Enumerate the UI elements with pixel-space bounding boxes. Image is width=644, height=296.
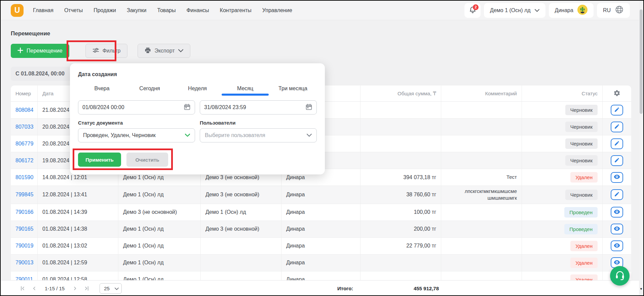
document-date: 01.08.2024 | 13:02 bbox=[42, 243, 87, 249]
first-page-button[interactable] bbox=[19, 285, 26, 292]
document-user: Динара bbox=[286, 276, 305, 280]
pencil-icon bbox=[614, 140, 620, 147]
table-cell: Удален bbox=[522, 238, 603, 254]
table-row: 79984512.08.2024 | 13:41Демо 1 (Осн) лдД… bbox=[11, 186, 631, 204]
document-number-link[interactable]: 790166 bbox=[15, 209, 33, 215]
document-number-link[interactable]: 790011 bbox=[15, 276, 33, 280]
warehouse-to: Демо 3 (не основной) bbox=[205, 226, 259, 232]
menu-item-управление[interactable]: Управление bbox=[262, 7, 292, 13]
edit-row-button[interactable] bbox=[611, 155, 623, 166]
language-selector[interactable]: RU bbox=[597, 3, 630, 18]
document-sum: 394 073,18 тг bbox=[403, 174, 436, 180]
add-transfer-button[interactable]: Перемещение bbox=[11, 44, 69, 58]
language-label: RU bbox=[603, 7, 611, 13]
calendar-icon[interactable] bbox=[184, 103, 191, 112]
user-menu-button[interactable]: Динара bbox=[549, 3, 594, 18]
pencil-icon bbox=[614, 157, 620, 164]
eye-icon bbox=[614, 209, 620, 215]
filter-button[interactable]: Фильтр bbox=[85, 44, 128, 58]
table-cell: Проведен bbox=[522, 221, 603, 237]
document-number-link[interactable]: 807033 bbox=[15, 124, 33, 130]
edit-row-button[interactable] bbox=[611, 189, 623, 200]
document-user: Динара bbox=[286, 192, 305, 198]
clear-button[interactable]: Очистить bbox=[126, 153, 168, 167]
user-name-label: Динара bbox=[555, 7, 573, 13]
document-number-link[interactable]: 799845 bbox=[15, 192, 33, 198]
document-user: Динара bbox=[286, 260, 305, 266]
document-sum: 22 779,00 тг bbox=[406, 243, 436, 249]
col-header-comment: Комментарий bbox=[441, 86, 522, 101]
table-cell: 22 779,00 тг bbox=[361, 238, 441, 254]
page-size-select[interactable]: 25 bbox=[100, 283, 122, 294]
notifications-button[interactable]: 2 bbox=[464, 3, 481, 18]
table-cell: 801590 bbox=[11, 169, 38, 186]
filter-button-label: Фильтр bbox=[103, 48, 121, 54]
date-range-tab[interactable]: Месяц bbox=[221, 83, 269, 96]
app-screen: U ГлавнаяОтчетыПродажиЗакупкиТоварыФинан… bbox=[0, 0, 644, 296]
date-range-tab[interactable]: Вчера bbox=[78, 83, 126, 96]
view-row-button[interactable] bbox=[611, 224, 623, 234]
document-date: 01.08.2024 | 12:58 bbox=[42, 276, 87, 280]
table-cell: Динара bbox=[281, 221, 361, 237]
warehouse-from: Демо 1 (Осн) лд bbox=[123, 192, 163, 198]
warehouse-to: Демо 3 (не основной) bbox=[205, 174, 259, 180]
document-number-link[interactable]: 808084 bbox=[15, 107, 33, 113]
table-row: 79016501.08.2024 | 14:38Демо 1 (Осн) лдД… bbox=[11, 221, 631, 238]
app-logo-icon[interactable]: U bbox=[11, 4, 24, 17]
pagination: 1-15 / 15 bbox=[19, 285, 90, 292]
edit-row-button[interactable] bbox=[611, 105, 623, 116]
table-cell bbox=[441, 221, 522, 237]
eye-icon bbox=[614, 226, 620, 232]
document-number-link[interactable]: 790019 bbox=[15, 243, 33, 249]
menu-item-продажи[interactable]: Продажи bbox=[93, 7, 116, 13]
date-range-tab[interactable]: Сегодня bbox=[126, 83, 174, 96]
prev-page-button[interactable] bbox=[31, 285, 38, 292]
document-number-link[interactable]: 801590 bbox=[15, 174, 33, 180]
view-row-button[interactable] bbox=[611, 207, 623, 218]
date-range-tabs: ВчераСегодняНеделяМесяцТри месяца bbox=[78, 83, 317, 96]
warehouse-from: Демо 1 (Осн) лд bbox=[123, 243, 163, 249]
document-sum: 200,00 тг bbox=[414, 226, 436, 232]
menu-item-закупки[interactable]: Закупки bbox=[127, 7, 146, 13]
menu-item-главная[interactable]: Главная bbox=[33, 7, 53, 13]
document-number-link[interactable]: 790165 bbox=[15, 226, 33, 232]
menu-item-товары[interactable]: Товары bbox=[157, 7, 176, 13]
gear-icon bbox=[613, 90, 620, 98]
menu-item-финансы[interactable]: Финансы bbox=[186, 7, 209, 13]
table-cell: 790011 bbox=[11, 271, 38, 281]
pagination-range: 1-15 / 15 bbox=[45, 286, 65, 291]
date-range-tab[interactable]: Неделя bbox=[174, 83, 221, 96]
scrollbar-down-arrow[interactable]: ▼ bbox=[639, 287, 643, 291]
active-filter-chip-label: С 01.08.2024, 00:00 bbox=[15, 71, 65, 77]
main-menu: ГлавнаяОтчетыПродажиЗакупкиТоварыФинансы… bbox=[33, 7, 292, 13]
users-select[interactable]: Выберите пользователя bbox=[200, 128, 317, 142]
date-range-tab[interactable]: Три месяца bbox=[269, 83, 317, 96]
document-status-select[interactable]: Проведен, Удален, Черновик bbox=[78, 128, 195, 142]
edit-row-button[interactable] bbox=[611, 122, 623, 132]
scrollbar-thumb[interactable] bbox=[640, 9, 643, 114]
document-user: Динара bbox=[286, 226, 305, 232]
table-cell: 806779 bbox=[11, 135, 38, 152]
menu-item-отчеты[interactable]: Отчеты bbox=[64, 7, 83, 13]
table-cell: Тест bbox=[441, 169, 522, 186]
table-cell: Динара bbox=[281, 204, 361, 221]
company-selector[interactable]: Демо 1 (Осн) лд bbox=[484, 3, 545, 18]
view-row-button[interactable] bbox=[611, 240, 623, 251]
table-cell: 01.08.2024 | 14:38 bbox=[38, 221, 118, 237]
table-cell: 790019 bbox=[11, 238, 38, 254]
export-button[interactable]: Экспорт bbox=[138, 44, 190, 58]
last-page-button[interactable] bbox=[83, 285, 90, 292]
document-number-link[interactable]: 806172 bbox=[15, 158, 33, 164]
menu-item-контрагенты[interactable]: Контрагенты bbox=[220, 7, 252, 13]
support-button[interactable] bbox=[610, 266, 630, 286]
document-number-link[interactable]: 806779 bbox=[15, 141, 33, 147]
apply-button[interactable]: Применить bbox=[78, 153, 121, 167]
edit-row-button[interactable] bbox=[611, 138, 623, 149]
table-settings-button[interactable] bbox=[603, 86, 631, 101]
view-row-button[interactable] bbox=[611, 172, 623, 183]
date-to-input[interactable]: 31/08/2024 23:59 bbox=[200, 100, 317, 114]
date-from-input[interactable]: 01/08/2024 00:00 bbox=[78, 100, 195, 114]
next-page-button[interactable] bbox=[71, 285, 78, 292]
calendar-icon[interactable] bbox=[305, 103, 312, 112]
document-number-link[interactable]: 790013 bbox=[15, 260, 33, 266]
